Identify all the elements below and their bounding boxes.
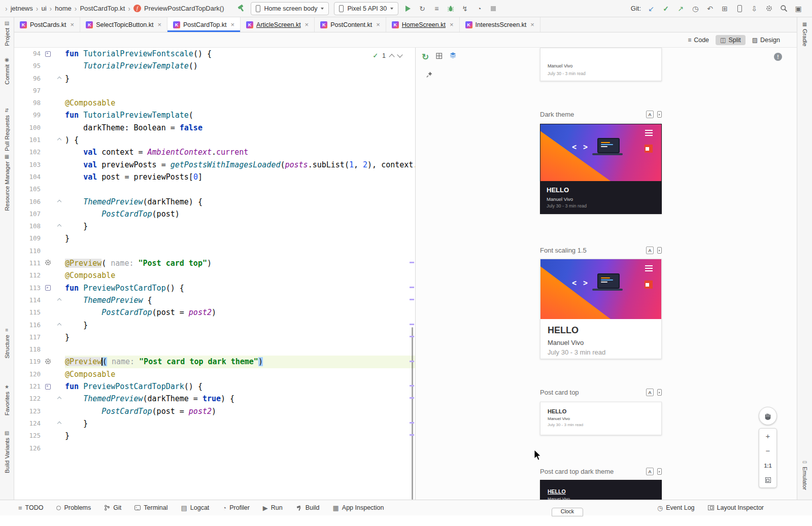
statusbar-layout-inspector[interactable]: Layout Inspector	[708, 504, 764, 511]
previous-highlight-icon[interactable]	[389, 54, 394, 59]
statusbar-todo[interactable]: ≡TODO	[18, 504, 43, 512]
tab-ArticleScreen.kt[interactable]: KArticleScreen.kt×	[241, 17, 315, 32]
close-tab-icon[interactable]: ×	[71, 21, 75, 28]
statusbar-build[interactable]: Build	[296, 504, 320, 511]
sidebar-item-structure[interactable]: ≡Structure	[0, 327, 14, 359]
close-tab-icon[interactable]: ×	[157, 21, 161, 28]
run-preview-gutter-icon[interactable]	[45, 384, 51, 390]
run-config-select[interactable]: Home screen body	[251, 2, 329, 15]
close-tab-icon[interactable]: ×	[530, 21, 534, 28]
run-button[interactable]	[403, 4, 413, 13]
close-tab-icon[interactable]: ×	[305, 21, 309, 28]
statusbar-profiler[interactable]: ◔Profiler	[222, 504, 249, 512]
preview-attributes-icon[interactable]: A	[646, 389, 654, 396]
preview-card-font-scaling[interactable]: < > HELLO Manuel Vivo July 30 - 3 min re…	[540, 259, 662, 359]
sidebar-item-gradle[interactable]: ▦Gradle	[797, 21, 812, 47]
close-tab-icon[interactable]: ×	[230, 21, 234, 28]
sidebar-item-commit[interactable]: ◉Commit	[0, 57, 14, 85]
git-commit-icon[interactable]: ✓	[661, 4, 670, 13]
next-highlight-icon[interactable]	[397, 52, 402, 57]
gear-gutter-icon[interactable]	[45, 259, 51, 267]
sidebar-item-emulator[interactable]: ▭Emulator	[797, 459, 812, 490]
sidebar-item-resource-manager[interactable]: ▦Resource Manager	[0, 154, 14, 211]
breadcrumb-item-ui[interactable]: ui	[41, 5, 46, 12]
git-push-icon[interactable]: ↗	[676, 4, 685, 13]
gradle-sync-icon[interactable]	[237, 4, 246, 13]
close-tab-icon[interactable]: ×	[450, 21, 454, 28]
device-manager-icon[interactable]	[735, 4, 744, 13]
preview-card-default[interactable]: Manuel Vivo July 30 - 3 min read	[540, 48, 662, 81]
deploy-preview-icon[interactable]	[657, 468, 662, 475]
tab-PostCards.kt[interactable]: KPostCards.kt×	[14, 17, 80, 32]
partial-clock-button[interactable]: Clock	[552, 508, 583, 516]
run-preview-gutter-icon[interactable]	[45, 51, 51, 57]
fold-marker-icon[interactable]	[57, 298, 61, 302]
run-preview-gutter-icon[interactable]	[45, 285, 51, 291]
tab-HomeScreen.kt[interactable]: KHomeScreen.kt×	[386, 17, 460, 32]
fold-marker-icon[interactable]	[57, 138, 61, 142]
build-refresh-icon[interactable]: ↻	[422, 52, 429, 62]
zoom-to-fit-button[interactable]	[759, 473, 776, 487]
scrollbar-thumb[interactable]	[412, 327, 413, 500]
fold-marker-icon[interactable]	[57, 76, 61, 80]
statusbar-app-inspection[interactable]: ▦App Inspection	[333, 504, 384, 512]
deploy-preview-icon[interactable]	[657, 389, 662, 396]
deploy-preview-icon[interactable]	[657, 247, 662, 254]
close-tab-icon[interactable]: ×	[376, 21, 380, 28]
preview-card-dark-theme-2[interactable]: HELLO Manuel Vivo	[540, 480, 662, 500]
fold-marker-icon[interactable]	[57, 397, 61, 401]
gear-gutter-icon[interactable]	[45, 358, 51, 366]
run-list-icon[interactable]: ≡	[432, 4, 441, 13]
layout-inspector-icon[interactable]: ⊞	[720, 4, 729, 13]
zoom-out-button[interactable]: −	[759, 443, 776, 458]
tab-SelectTopicButton.kt[interactable]: KSelectTopicButton.kt×	[80, 17, 167, 32]
deploy-preview-icon[interactable]	[657, 111, 662, 118]
design-view-button[interactable]: ▨ Design	[748, 35, 785, 45]
notifications-icon[interactable]: ▣	[794, 4, 803, 13]
pan-hand-button[interactable]	[759, 407, 777, 425]
statusbar-terminal[interactable]: ›_Terminal	[134, 504, 167, 511]
fold-marker-icon[interactable]	[57, 323, 61, 327]
fold-marker-icon[interactable]	[57, 422, 61, 426]
zoom-in-button[interactable]: +	[759, 429, 776, 443]
breadcrumb-item-file[interactable]: PostCardTop.kt	[80, 5, 125, 12]
git-update-icon[interactable]: ↙	[647, 4, 656, 13]
preview-card-post-card-top[interactable]: HELLO Manuel Vivo July 30 - 3 min read	[540, 402, 662, 435]
debug-icon[interactable]	[446, 4, 455, 13]
preview-attributes-icon[interactable]: A	[646, 111, 654, 118]
sidebar-item-project[interactable]: ▤Project	[0, 20, 14, 46]
code-view-button[interactable]: ≡ Code	[683, 35, 714, 45]
tab-InterestsScreen.kt[interactable]: KInterestsScreen.kt×	[460, 17, 540, 32]
preview-card-dark-theme[interactable]: < > HELLO Manuel Vivo July 30 - 3 min re…	[540, 124, 662, 214]
zoom-actual-size-button[interactable]: 1:1	[759, 458, 776, 473]
settings-gear-icon[interactable]	[764, 4, 773, 13]
tab-PostContent.kt[interactable]: KPostContent.kt×	[315, 17, 386, 32]
device-select[interactable]: Pixel 5 API 30	[334, 2, 398, 15]
editor-scrollbar[interactable]	[409, 48, 415, 500]
breadcrumb-item-function[interactable]: PreviewPostCardTopDark()	[144, 5, 224, 12]
issues-badge-icon[interactable]: !	[774, 53, 782, 61]
fold-marker-icon[interactable]	[57, 224, 61, 228]
sdk-manager-icon[interactable]: ⇩	[750, 4, 759, 13]
inspection-widget[interactable]: ✓ 1	[373, 52, 402, 59]
statusbar-git[interactable]: Git	[104, 504, 121, 511]
sidebar-item-favorites[interactable]: ★Favorites	[0, 384, 14, 415]
tab-PostCardTop.kt[interactable]: KPostCardTop.kt×	[167, 17, 241, 32]
split-view-button[interactable]: ◫ Split	[716, 35, 746, 45]
statusbar-run[interactable]: ▶Run	[263, 504, 283, 512]
apply-code-changes-icon[interactable]: ↯	[460, 4, 469, 13]
sidebar-item-pull-requests[interactable]: ⇵Pull Requests	[0, 108, 14, 151]
statusbar-logcat[interactable]: ▤Logcat	[181, 504, 210, 512]
statusbar-event-log[interactable]: ◷Event Log	[657, 504, 695, 512]
breadcrumb-item-home[interactable]: home	[55, 5, 72, 12]
apply-changes-icon[interactable]: ↻	[418, 4, 427, 13]
preview-attributes-icon[interactable]: A	[646, 247, 654, 254]
sidebar-item-build-variants[interactable]: ▧Build Variants	[0, 430, 14, 473]
preview-grid-icon[interactable]	[436, 53, 443, 59]
layers-icon[interactable]	[449, 52, 457, 59]
history-icon[interactable]: ◷	[691, 4, 700, 13]
profiler-icon[interactable]: ◔	[475, 4, 484, 13]
pin-icon[interactable]	[426, 71, 433, 78]
breadcrumb-item-jetnews[interactable]: jetnews	[11, 5, 33, 12]
code-editor[interactable]: 94fun TutorialPreviewFontscale() {95 Tut…	[14, 48, 415, 500]
